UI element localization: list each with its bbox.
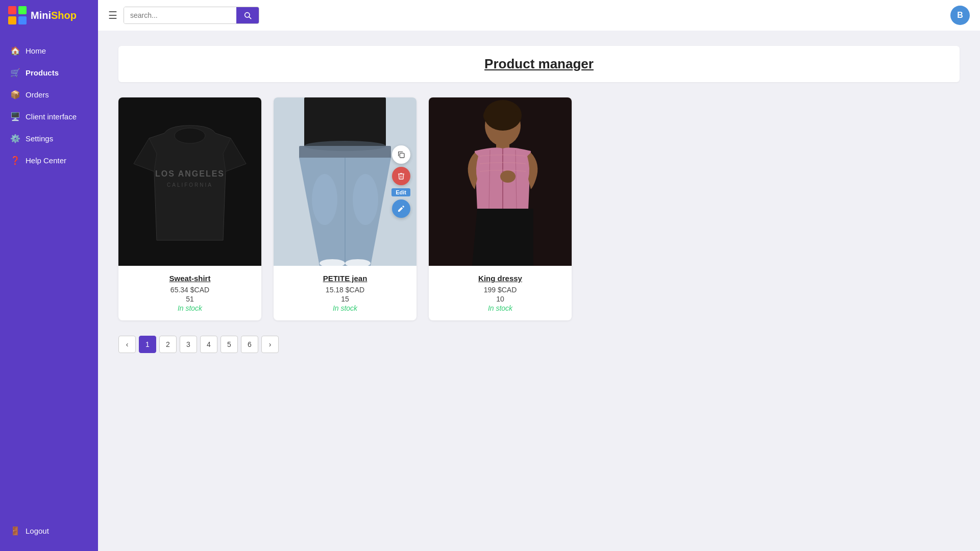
product-name: King dressy [437, 274, 564, 283]
svg-rect-2 [8, 16, 16, 24]
sidebar-navigation: 🏠 Home 🛒 Products 📦 Orders 🖥️ Client int… [0, 31, 98, 551]
svg-point-15 [353, 174, 378, 225]
logo-icon [8, 6, 27, 24]
product-name: PETITE jean [282, 274, 408, 283]
product-info-sweat-shirt: Sweat-shirt 65.34 $CAD 51 In stock [118, 266, 261, 320]
pagination-prev[interactable]: ‹ [118, 336, 136, 353]
svg-rect-0 [8, 6, 16, 14]
sidebar-item-help-center[interactable]: ❓ Help Center [0, 151, 98, 170]
menu-icon[interactable]: ☰ [108, 9, 117, 21]
pencil-icon [397, 205, 405, 213]
settings-icon: ⚙️ [10, 134, 20, 143]
home-icon: 🏠 [10, 46, 20, 56]
product-info-king-dressy: King dressy 199 $CAD 10 In stock [429, 266, 572, 320]
product-status: In stock [282, 304, 408, 312]
sidebar-item-label: Home [26, 46, 46, 55]
help-center-icon: ❓ [10, 156, 20, 165]
svg-rect-3 [18, 16, 27, 24]
orders-icon: 📦 [10, 90, 20, 99]
pagination-page-5[interactable]: 5 [220, 336, 238, 353]
sidebar-item-label: Settings [26, 134, 53, 143]
sidebar-item-label: Help Center [26, 156, 66, 165]
sidebar-item-home[interactable]: 🏠 Home [0, 41, 98, 61]
svg-point-16 [304, 141, 386, 151]
sidebar-item-label: Client interface [26, 112, 77, 121]
product-manager-card: Product manager [118, 46, 960, 82]
sidebar-item-logout[interactable]: 🚪 Logout [0, 521, 98, 541]
trash-icon [397, 172, 405, 180]
product-price: 65.34 $CAD [127, 286, 253, 294]
content-area: Product manager LOS ANGEL [98, 31, 980, 551]
product-name: Sweat-shirt [127, 274, 253, 283]
search-icon [243, 11, 252, 19]
logout-icon: 🚪 [10, 526, 20, 536]
product-action-buttons: Edit [391, 145, 410, 218]
page-title: Product manager [134, 56, 944, 72]
copy-icon [397, 151, 405, 159]
pagination-page-4[interactable]: 4 [200, 336, 217, 353]
sidebar-logo[interactable]: MiniShop [0, 0, 98, 31]
svg-text:CALIFORNIA: CALIFORNIA [167, 182, 213, 188]
edit-label: Edit [391, 188, 410, 196]
product-image-king-dressy [429, 97, 572, 266]
svg-point-14 [312, 174, 337, 225]
sidebar-item-label: Products [26, 68, 59, 77]
search-container [124, 7, 259, 24]
sidebar-item-label: Logout [26, 527, 49, 535]
svg-point-7 [175, 128, 205, 143]
delete-button[interactable] [392, 167, 410, 185]
product-image-sweat-shirt: LOS ANGELES CALIFORNIA [118, 97, 261, 266]
products-grid: LOS ANGELES CALIFORNIA Sweat-shirt 65.34… [118, 97, 960, 320]
sidebar-item-client-interface[interactable]: 🖥️ Client interface [0, 107, 98, 127]
pagination-page-1[interactable]: 1 [139, 336, 156, 353]
sidebar-item-orders[interactable]: 📦 Orders [0, 85, 98, 105]
product-quantity: 15 [282, 295, 408, 303]
product-quantity: 10 [437, 295, 564, 303]
client-interface-icon: 🖥️ [10, 112, 20, 121]
product-status: In stock [437, 304, 564, 312]
topbar: ☰ B [98, 0, 980, 31]
svg-point-27 [500, 170, 516, 183]
pagination-page-2[interactable]: 2 [159, 336, 177, 353]
main-area: ☰ B Product manager [98, 0, 980, 551]
sidebar: MiniShop 🏠 Home 🛒 Products 📦 Orders 🖥️ C… [0, 0, 98, 551]
svg-line-5 [249, 17, 251, 19]
user-avatar[interactable]: B [950, 6, 970, 25]
product-price: 15.18 $CAD [282, 286, 408, 294]
product-quantity: 51 [127, 295, 253, 303]
copy-button[interactable] [392, 145, 410, 164]
sidebar-item-products[interactable]: 🛒 Products [0, 63, 98, 83]
pagination-page-6[interactable]: 6 [241, 336, 258, 353]
product-card-petite-jean: Edit PETITE jean 15.18 $CAD 15 In stock [274, 97, 416, 320]
pagination-page-3[interactable]: 3 [180, 336, 197, 353]
svg-rect-1 [18, 6, 27, 14]
edit-button[interactable] [392, 199, 410, 218]
dressy-image [429, 97, 572, 266]
sidebar-item-label: Orders [26, 90, 49, 99]
product-price: 199 $CAD [437, 286, 564, 294]
app-name: MiniShop [31, 10, 77, 21]
sidebar-item-settings[interactable]: ⚙️ Settings [0, 129, 98, 148]
product-card-king-dressy: King dressy 199 $CAD 10 In stock [429, 97, 572, 320]
search-button[interactable] [236, 7, 259, 23]
product-status: In stock [127, 304, 253, 312]
sweatshirt-image: LOS ANGELES CALIFORNIA [118, 97, 261, 266]
svg-rect-19 [400, 153, 404, 158]
pagination-next[interactable]: › [261, 336, 279, 353]
product-card-sweat-shirt: LOS ANGELES CALIFORNIA Sweat-shirt 65.34… [118, 97, 261, 320]
product-info-petite-jean: PETITE jean 15.18 $CAD 15 In stock [274, 266, 416, 320]
products-icon: 🛒 [10, 68, 20, 78]
product-image-petite-jean: Edit [274, 97, 416, 266]
pagination: ‹ 1 2 3 4 5 6 › [118, 336, 960, 353]
svg-text:LOS ANGELES: LOS ANGELES [155, 169, 225, 178]
search-input[interactable] [124, 7, 236, 23]
